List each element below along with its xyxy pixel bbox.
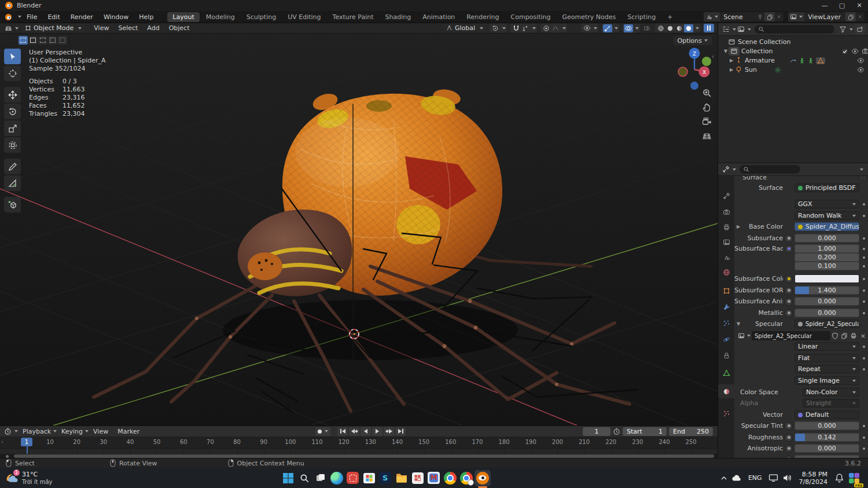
zoom-view-icon[interactable] (702, 88, 712, 98)
falloff-curve-icon[interactable] (551, 24, 560, 32)
overlays-toggle-icon[interactable] (624, 24, 633, 32)
solid-shading-icon[interactable] (665, 24, 675, 32)
start-button[interactable] (280, 470, 296, 486)
tab-world[interactable] (718, 265, 734, 279)
playhead-line[interactable] (27, 446, 28, 454)
subsurface-color-swatch[interactable] (795, 274, 859, 283)
menu-edit[interactable]: Edit (42, 13, 65, 21)
surface-section-header[interactable]: Surface∷ (734, 176, 868, 182)
unlink-image-icon[interactable] (858, 332, 867, 340)
m-app-icon[interactable]: M (426, 470, 442, 486)
select-box-tool[interactable] (4, 49, 21, 64)
roughness-slider[interactable]: 0.142 (795, 433, 859, 442)
visibility-eye-icon[interactable] (582, 24, 591, 32)
auto-keying-record-button[interactable] (315, 427, 330, 436)
scene-browse-button[interactable] (704, 12, 720, 21)
move-tool[interactable] (4, 87, 21, 102)
select-mode-new[interactable] (19, 36, 28, 45)
viewport-menu-select[interactable]: Select (113, 24, 142, 32)
menu-help[interactable]: Help (134, 13, 159, 21)
material-preview-icon[interactable] (675, 24, 684, 32)
subsurface-aniso-slider[interactable]: 0.000 (795, 297, 859, 306)
properties-search-input[interactable] (740, 165, 800, 174)
cursor-tool[interactable] (4, 65, 21, 81)
image-name-field[interactable]: Spider_A2_Specular (752, 331, 830, 340)
phone-link-icon[interactable] (410, 470, 426, 486)
network-icon[interactable] (767, 470, 781, 486)
editor-type-icon[interactable] (3, 24, 13, 32)
menu-file[interactable]: File (21, 13, 42, 21)
workspace-tab-layout[interactable]: Layout (167, 12, 199, 22)
timeline-ruler[interactable]: › 1 102030405060708090100110120130140150… (0, 436, 718, 448)
workspace-tab-compositing[interactable]: Compositing (506, 12, 556, 22)
tab-physics[interactable] (718, 332, 734, 346)
sublime-s-app-icon[interactable]: S (377, 470, 393, 486)
taskbar-search-icon[interactable] (296, 470, 312, 486)
select-mode-subtract[interactable] (38, 36, 47, 45)
camera-view-icon[interactable] (702, 117, 712, 127)
tab-render[interactable] (718, 205, 734, 219)
add-workspace-button[interactable]: + (662, 12, 678, 22)
magnet-icon[interactable] (512, 24, 521, 32)
task-view-icon[interactable] (312, 470, 329, 486)
rotate-tool[interactable] (4, 104, 21, 119)
extension-dropdown[interactable]: Repeat (795, 365, 859, 373)
clock-widget[interactable]: 8:58 PM 7/8/2024 (799, 471, 827, 486)
play-button[interactable] (372, 427, 382, 436)
wireframe-shading-icon[interactable] (656, 24, 665, 32)
fake-user-shield-icon[interactable] (830, 332, 840, 340)
alpha-dropdown[interactable]: Straight (803, 399, 859, 408)
tab-output[interactable] (718, 220, 734, 234)
timeline-editor-icon[interactable] (3, 427, 12, 435)
edge-browser-icon[interactable] (329, 470, 345, 486)
chrome-profile-icon[interactable] (458, 470, 475, 486)
distribution-dropdown[interactable]: GGX (795, 200, 859, 208)
disable-render-camera-icon[interactable] (862, 47, 868, 55)
minimize-button[interactable]: — (816, 0, 833, 11)
measure-tool[interactable] (4, 175, 21, 191)
outliner-editor-icon[interactable] (721, 25, 730, 34)
pack-image-icon[interactable] (849, 332, 858, 340)
new-collection-button[interactable] (855, 25, 865, 34)
unlink-scene-icon[interactable] (776, 14, 782, 20)
language-indicator[interactable]: ENG (748, 474, 762, 482)
workspace-tab-sculpting[interactable]: Sculpting (241, 12, 281, 22)
collapse-arrow-icon[interactable]: ▼ (737, 321, 740, 326)
current-frame-badge[interactable]: 1 (21, 438, 32, 446)
tray-chevron-up-icon[interactable] (718, 470, 730, 486)
3d-viewport-canvas[interactable] (0, 34, 718, 425)
outliner-display-mode-icon[interactable] (736, 25, 745, 34)
subsurface-radius-z[interactable]: 0.100 (795, 262, 859, 270)
outliner-row-collection[interactable]: ▼ Collection (718, 47, 868, 56)
workspace-tab-texture-paint[interactable]: Texture Paint (328, 12, 379, 22)
mode-selector[interactable]: Object Mode (22, 24, 84, 32)
vector-button[interactable]: Default (795, 410, 859, 419)
expand-arrow-icon[interactable]: ▶ (729, 58, 734, 63)
next-keyframe-button[interactable] (384, 427, 394, 436)
weather-widget[interactable]: 1 31°C Trời ít mây (5, 471, 53, 486)
blender-menu-icon[interactable] (5, 14, 12, 20)
menu-window[interactable]: Window (98, 13, 134, 21)
transform-orientation-selector[interactable]: Global (443, 24, 486, 32)
tab-object-data[interactable] (718, 366, 734, 380)
workspace-tab-geometry-nodes[interactable]: Geometry Nodes (557, 12, 621, 22)
tab-material[interactable] (718, 384, 734, 398)
jump-to-end-button[interactable] (395, 427, 406, 436)
axis-neg-x-ball[interactable] (678, 67, 687, 76)
workspace-tab-animation[interactable]: Animation (417, 12, 460, 22)
remove-view-layer-icon[interactable] (857, 14, 863, 20)
play-reverse-button[interactable] (361, 427, 371, 436)
projection-dropdown[interactable]: Flat (795, 354, 859, 362)
tab-texture[interactable] (718, 406, 734, 420)
viewport-menu-add[interactable]: Add (142, 24, 164, 32)
hide-eye-icon[interactable] (851, 47, 859, 55)
expand-arrow-icon[interactable]: ▶ (729, 67, 734, 72)
viewport-menu-object[interactable]: Object (164, 24, 194, 32)
workspace-tab-shading[interactable]: Shading (380, 12, 417, 22)
volume-icon[interactable] (781, 470, 795, 486)
select-mode-extend[interactable] (28, 36, 38, 45)
surface-shader-button[interactable]: Principled BSDF (795, 184, 859, 192)
workspace-tab-modeling[interactable]: Modeling (201, 12, 240, 22)
jump-to-start-button[interactable] (337, 427, 348, 436)
collection-checkbox[interactable] (841, 48, 848, 55)
